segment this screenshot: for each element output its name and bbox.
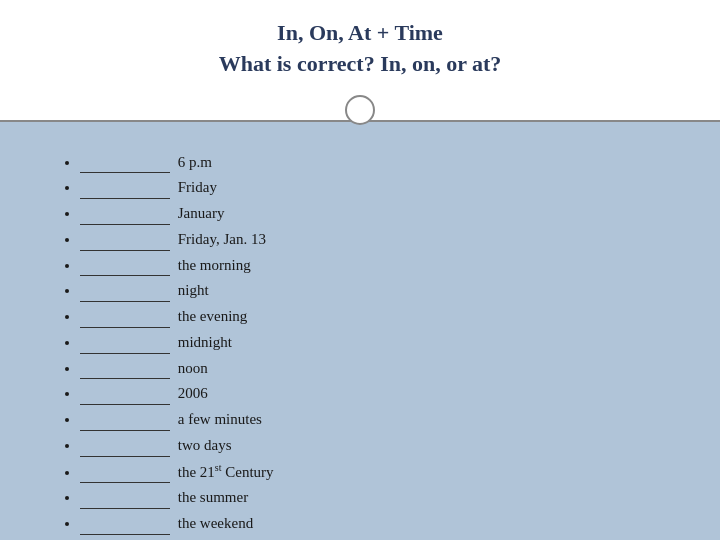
blank [80,430,170,431]
list-item: midnight [80,332,680,354]
header-line2: What is correct? In, on, or at? [219,51,502,76]
blank [80,275,170,276]
item-text: January [178,205,225,221]
item-text: two days [178,437,232,453]
list-item: the evening [80,306,680,328]
header-box: In, On, At + Time What is correct? In, o… [0,0,720,122]
header-line1: In, On, At + Time [277,20,443,45]
item-text: the morning [178,257,251,273]
item-text: Friday [178,179,217,195]
blank [80,378,170,379]
blank [80,172,170,173]
content-area: 6 p.m Friday January Friday, Jan. 13 the… [0,122,720,540]
item-text: noon [178,360,208,376]
item-text: 6 p.m [178,154,212,170]
blank [80,301,170,302]
blank [80,224,170,225]
header-title: In, On, At + Time What is correct? In, o… [20,18,700,80]
item-text: 2006 [178,385,208,401]
item-text: the weekend [178,515,253,531]
blank [80,482,170,483]
item-text: a few minutes [178,411,262,427]
blank [80,456,170,457]
list-item: Friday [80,177,680,199]
item-text: the 21st Century [178,464,274,480]
item-text: night [178,282,209,298]
item-text: midnight [178,334,232,350]
list-item: two days [80,435,680,457]
list-item: the morning [80,255,680,277]
blank [80,198,170,199]
blank [80,404,170,405]
item-text: Friday, Jan. 13 [178,231,266,247]
item-text: the summer [178,489,248,505]
blank [80,353,170,354]
blank [80,534,170,535]
list-item: 2006 [80,383,680,405]
blank [80,508,170,509]
items-list: 6 p.m Friday January Friday, Jan. 13 the… [60,152,680,535]
list-item: 6 p.m [80,152,680,174]
list-item: the 21st Century [80,461,680,484]
list-item: night [80,280,680,302]
blank [80,250,170,251]
item-text: the evening [178,308,248,324]
list-item: Friday, Jan. 13 [80,229,680,251]
circle-divider [345,95,375,125]
page-container: In, On, At + Time What is correct? In, o… [0,0,720,540]
list-item: the weekend [80,513,680,535]
list-item: January [80,203,680,225]
blank [80,327,170,328]
list-item: the summer [80,487,680,509]
list-item: a few minutes [80,409,680,431]
list-item: noon [80,358,680,380]
